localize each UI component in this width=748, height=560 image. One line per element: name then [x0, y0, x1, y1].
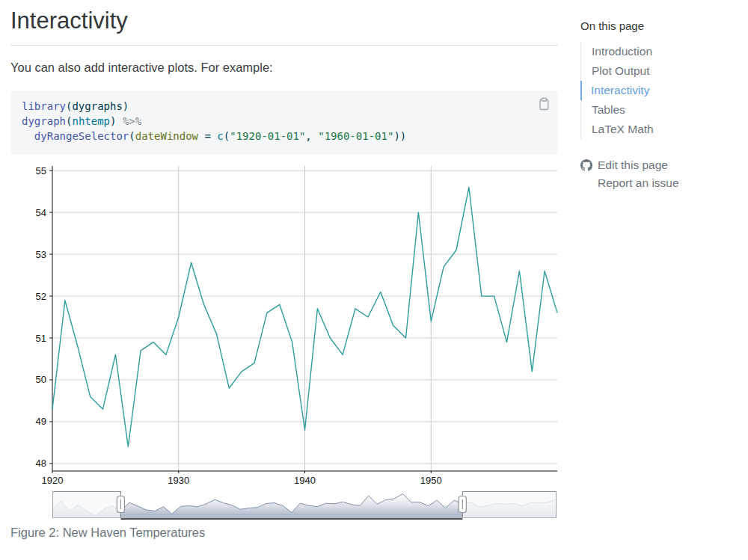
range-selector-window[interactable]	[120, 491, 462, 517]
title-divider	[10, 45, 558, 46]
y-tick-label: 51	[36, 333, 46, 344]
toc-item-introduction[interactable]: Introduction	[581, 42, 745, 61]
toc-link-edit-this-page[interactable]: Edit this page	[580, 156, 745, 174]
page-title: Interactivity	[10, 7, 128, 34]
figure-caption: Figure 2: New Haven Temperatures	[10, 526, 205, 540]
range-selector-veil-right	[462, 491, 557, 517]
code-line: dygraph(nhtemp) %>%	[22, 114, 406, 129]
toc-item-latex-math[interactable]: LaTeX Math	[581, 120, 745, 139]
x-tick-label: 1920	[42, 475, 64, 486]
toc-link-report-an-issue[interactable]: Report an issue	[580, 174, 745, 192]
y-tick-label: 49	[36, 416, 46, 427]
toc-list: IntroductionPlot OutputInteractivityTabl…	[580, 42, 745, 139]
clipboard-icon	[536, 96, 551, 111]
code-line: dyRangeSelector(dateWindow = c("1920-01-…	[22, 129, 406, 144]
copy-code-button[interactable]	[534, 95, 554, 114]
y-tick-label: 53	[36, 249, 46, 260]
toc-item-tables[interactable]: Tables	[581, 100, 745, 120]
intro-paragraph: You can also add interactive plots. For …	[10, 61, 273, 75]
y-tick-label: 48	[36, 458, 46, 469]
toc-sidebar: On this page IntroductionPlot OutputInte…	[580, 19, 745, 192]
range-selector-right-handle[interactable]	[459, 496, 466, 513]
x-tick-label: 1950	[420, 475, 442, 486]
range-selector-left-handle[interactable]	[117, 496, 124, 513]
y-tick-label: 52	[36, 291, 46, 302]
y-tick-label: 55	[36, 165, 46, 176]
y-tick-label: 54	[36, 207, 46, 218]
code-block: library(dygraphs)dygraph(nhtemp) %>% dyR…	[10, 90, 558, 155]
code-line: library(dygraphs)	[22, 99, 406, 114]
toc-links: Edit this pageReport an issue	[580, 156, 745, 192]
code-content: library(dygraphs)dygraph(nhtemp) %>% dyR…	[22, 99, 406, 144]
toc-item-interactivity[interactable]: Interactivity	[580, 81, 746, 100]
x-tick-label: 1930	[168, 475, 189, 486]
toc-item-plot-output[interactable]: Plot Output	[581, 61, 745, 81]
x-tick-label: 1940	[294, 475, 316, 486]
toc-heading: On this page	[580, 19, 745, 32]
range-selector-veil-left	[52, 491, 120, 517]
y-tick-label: 50	[36, 374, 46, 385]
github-icon	[580, 159, 592, 171]
